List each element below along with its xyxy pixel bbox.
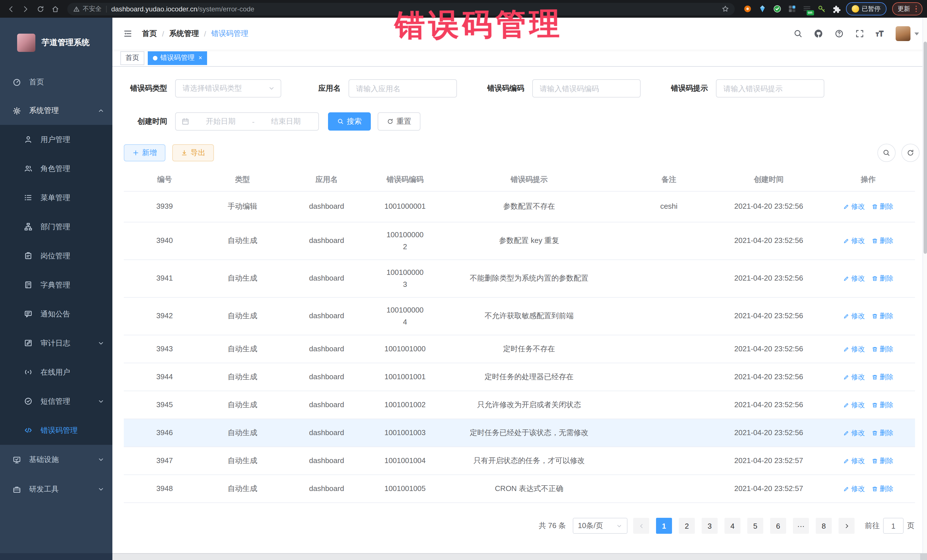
page-button-5[interactable]: 5 xyxy=(747,518,763,534)
fullscreen-icon[interactable] xyxy=(854,29,864,38)
app-name-input[interactable] xyxy=(349,80,456,97)
edit-button[interactable]: 修改 xyxy=(843,201,865,212)
time-label: 创建时间 xyxy=(124,116,167,127)
user-menu[interactable] xyxy=(896,26,919,41)
scrollbar-thumb[interactable] xyxy=(924,42,927,254)
site-security[interactable]: 不安全 xyxy=(73,5,102,13)
sidebar-item-home[interactable]: 首页 xyxy=(0,68,112,96)
edit-button[interactable]: 修改 xyxy=(843,372,865,382)
sidebar-item-dictionary[interactable]: 字典管理 xyxy=(0,270,112,299)
add-button[interactable]: 新增 xyxy=(124,144,166,161)
toggle-search-button[interactable] xyxy=(877,144,896,162)
sidebar-item-online-users[interactable]: 在线用户 xyxy=(0,358,112,387)
sidebar-item-system[interactable]: 系统管理 xyxy=(0,96,112,125)
edit-button[interactable]: 修改 xyxy=(843,427,865,438)
horizontal-scrollbar-track[interactable] xyxy=(112,553,927,560)
chevron-up-icon xyxy=(97,107,104,114)
delete-button[interactable]: 删除 xyxy=(872,483,894,494)
sidebar-item-infrastructure[interactable]: 基础设施 xyxy=(0,445,112,475)
reload-icon[interactable] xyxy=(34,3,47,15)
tab-error-code[interactable]: 错误码管理 × xyxy=(148,51,207,65)
delete-button[interactable]: 删除 xyxy=(872,344,894,354)
date-range-picker[interactable]: 开始日期 - 结束日期 xyxy=(175,112,319,131)
prev-page-button[interactable] xyxy=(633,518,649,534)
sidebar-item-announcements[interactable]: 通知公告 xyxy=(0,299,112,328)
update-button[interactable]: 更新 xyxy=(892,2,922,15)
page-button-1[interactable]: 1 xyxy=(656,518,672,534)
extension-list-icon[interactable]: on xyxy=(802,4,812,14)
forward-icon[interactable] xyxy=(20,3,32,15)
sidebar-item-departments[interactable]: 部门管理 xyxy=(0,212,112,241)
delete-button[interactable]: 删除 xyxy=(872,399,894,410)
error-type-select[interactable]: 请选择错误码类型 xyxy=(175,79,281,97)
refresh-table-button[interactable] xyxy=(901,144,919,162)
edit-button[interactable]: 修改 xyxy=(843,273,865,284)
delete-button[interactable]: 删除 xyxy=(872,235,894,246)
sidebar-item-sms[interactable]: 短信管理 xyxy=(0,387,112,416)
extension-green-check-icon[interactable] xyxy=(772,4,782,14)
avatar[interactable] xyxy=(896,26,910,41)
edit-button[interactable]: 修改 xyxy=(843,483,865,494)
tab-home[interactable]: 首页 xyxy=(120,51,144,65)
toolbox-icon xyxy=(12,485,21,493)
delete-button[interactable]: 删除 xyxy=(872,427,894,438)
sidebar-toggle-icon[interactable] xyxy=(122,27,134,40)
delete-button[interactable]: 删除 xyxy=(872,273,894,284)
vertical-scrollbar[interactable] xyxy=(922,18,927,553)
back-icon[interactable] xyxy=(5,3,17,15)
page-button-8[interactable]: 8 xyxy=(816,518,832,534)
export-button[interactable]: 导出 xyxy=(172,144,214,161)
page-button-6[interactable]: 6 xyxy=(770,518,786,534)
close-icon[interactable]: × xyxy=(199,55,202,61)
sidebar-item-menus[interactable]: 菜单管理 xyxy=(0,183,112,212)
chevron-down-icon xyxy=(97,456,104,463)
edit-button[interactable]: 修改 xyxy=(843,455,865,466)
page-size-select[interactable]: 10条/页 xyxy=(573,518,628,534)
sidebar-item-positions[interactable]: 岗位管理 xyxy=(0,241,112,270)
browser-menu-icon[interactable] xyxy=(915,6,917,12)
edit-button[interactable]: 修改 xyxy=(843,344,865,354)
extensions-puzzle-icon[interactable] xyxy=(831,4,841,14)
home-icon[interactable] xyxy=(49,3,62,15)
sidebar-item-roles[interactable]: 角色管理 xyxy=(0,154,112,183)
sidebar-item-dev-tools[interactable]: 研发工具 xyxy=(0,475,112,504)
app-logo[interactable]: 芋道管理系统 xyxy=(0,18,112,68)
bookmark-star-icon[interactable] xyxy=(721,5,729,12)
search-button[interactable]: 搜索 xyxy=(328,112,371,131)
profile-paused-badge[interactable]: 已暂停 xyxy=(846,2,886,15)
edit-button[interactable]: 修改 xyxy=(843,399,865,410)
extension-orange-icon[interactable] xyxy=(742,4,752,14)
breadcrumb-home[interactable]: 首页 xyxy=(142,29,157,39)
clock-check-icon xyxy=(24,397,32,405)
delete-button[interactable]: 删除 xyxy=(872,455,894,466)
page-button-4[interactable]: 4 xyxy=(725,518,740,534)
error-code-input[interactable] xyxy=(533,80,640,97)
github-icon[interactable] xyxy=(813,29,823,38)
font-size-icon[interactable]: TT xyxy=(875,29,885,38)
breadcrumb-system[interactable]: 系统管理 xyxy=(169,29,199,39)
calendar-icon xyxy=(181,117,189,126)
sidebar-item-error-code[interactable]: 错误码管理 xyxy=(0,416,112,445)
edit-button[interactable]: 修改 xyxy=(843,235,865,246)
delete-button[interactable]: 删除 xyxy=(872,311,894,321)
sidebar-item-users[interactable]: 用户管理 xyxy=(0,125,112,154)
help-icon[interactable] xyxy=(834,29,844,38)
page-button-2[interactable]: 2 xyxy=(679,518,695,534)
more-pages-button[interactable]: ··· xyxy=(793,518,809,534)
edit-button[interactable]: 修改 xyxy=(843,311,865,321)
trash-icon xyxy=(872,486,878,492)
next-page-button[interactable] xyxy=(839,518,854,534)
pagination: 共 76 条 10条/页 1 2 3 4 5 6 ··· 8 xyxy=(124,518,927,534)
reset-button[interactable]: 重置 xyxy=(378,112,421,131)
sidebar: 芋道管理系统 首页 系统管理 用户管理 角色管理 xyxy=(0,18,112,553)
page-button-3[interactable]: 3 xyxy=(702,518,718,534)
delete-button[interactable]: 删除 xyxy=(872,372,894,382)
delete-button[interactable]: 删除 xyxy=(872,201,894,212)
sidebar-item-audit-log[interactable]: 审计日志 xyxy=(0,328,112,358)
extension-key-icon[interactable] xyxy=(817,4,826,14)
extension-gem-icon[interactable] xyxy=(757,4,767,14)
error-msg-input[interactable] xyxy=(716,80,824,97)
search-icon[interactable] xyxy=(793,29,802,38)
goto-page-input[interactable] xyxy=(883,518,904,534)
extension-grid-icon[interactable] xyxy=(787,4,797,14)
